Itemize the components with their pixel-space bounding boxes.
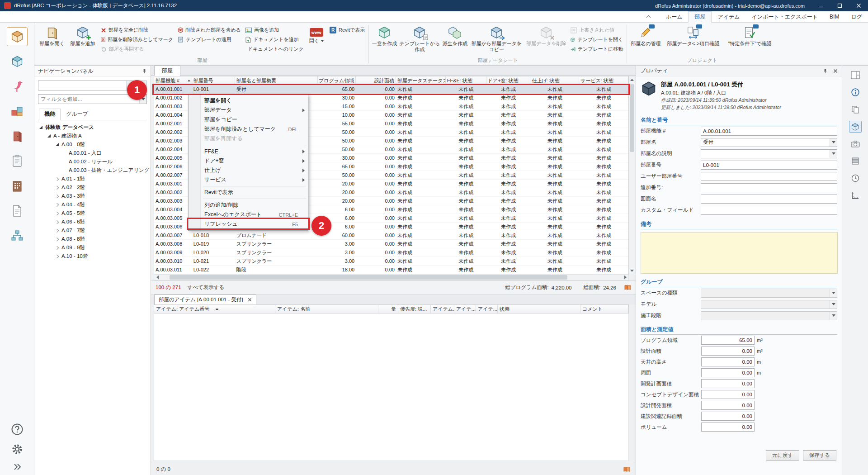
expander-collapsed-icon[interactable] [55, 185, 59, 189]
tree-item[interactable]: A.00.01 - 入口 [34, 149, 151, 157]
column-header-quantity[interactable]: 量 [378, 305, 398, 313]
field-input[interactable] [701, 161, 837, 169]
pin-icon[interactable] [823, 68, 828, 74]
dropdown-arrow-icon[interactable] [830, 289, 837, 297]
model-cube-button[interactable] [849, 121, 862, 133]
column-header-item-4[interactable]: アイテム... [431, 305, 454, 313]
camera-button[interactable] [849, 138, 862, 150]
tree-item[interactable]: A.04 - 4階 [34, 200, 151, 209]
context-menu-item[interactable]: ドア+窓 [189, 156, 308, 166]
notes-textarea[interactable] [641, 232, 838, 274]
scroll-left-arrow[interactable] [154, 275, 160, 280]
expander-collapsed-icon[interactable] [55, 177, 59, 180]
tree-item[interactable]: A.00.03 - 技術・エンジニアリング [34, 166, 151, 175]
ribbon-tab[interactable]: 部屋 [688, 11, 712, 23]
tree-item[interactable]: A.07 - 7階 [34, 226, 151, 235]
ribbon-tab[interactable]: ホーム [660, 11, 689, 22]
tree-item[interactable]: A.09 - 9階 [34, 243, 151, 252]
table-row[interactable]: A.00.03.008 L0-019 スプリンクラー 3.00 0.00 未作成… [154, 240, 628, 248]
expander-collapsed-icon[interactable] [55, 220, 59, 223]
expand-sidebar-button[interactable] [13, 463, 22, 470]
dropdown-arrow-icon[interactable] [830, 138, 837, 147]
items-module-button[interactable] [7, 52, 28, 71]
table-row[interactable]: A.00.03.011 L0-022 階段 18.00 0.00 未作成 未作成… [154, 266, 628, 274]
save-button[interactable]: 保存する [803, 450, 836, 461]
add-room-button[interactable]: 部屋を追加 [67, 24, 99, 54]
copy-room-data-button[interactable]: 部屋から部屋データをコピー [469, 24, 524, 54]
tree-item[interactable]: A.03 - 3階 [34, 192, 151, 200]
tree-item[interactable]: A.00.02 - リテール [34, 157, 151, 166]
mark-room-deleted-button[interactable]: 部屋を削除済みとしてマーク [99, 35, 175, 44]
systems-module-button[interactable] [7, 102, 28, 121]
table-row[interactable]: A.00.03.010 L0-021 スプリンクラー 3.00 0.00 未作成… [154, 257, 628, 266]
apply-template-button[interactable]: テンプレートの適用 [175, 35, 243, 44]
field-input[interactable] [701, 184, 837, 192]
context-menu-item[interactable]: 部屋を削除済みとしてマーク DEL [189, 124, 308, 134]
undo-button[interactable]: 元に戻す [766, 450, 799, 461]
expander-collapsed-icon[interactable] [55, 194, 59, 198]
help-button[interactable] [11, 423, 23, 435]
scrollbar-thumb[interactable] [170, 275, 567, 280]
field-input[interactable] [701, 150, 830, 158]
field-input[interactable] [702, 412, 754, 420]
rooms-tab[interactable]: 部屋 [154, 66, 180, 76]
column-header-status[interactable]: 状態 [498, 305, 580, 313]
navigation-tab[interactable]: グループ [61, 109, 94, 120]
info-button[interactable] [849, 86, 862, 98]
dropdown-arrow-icon[interactable] [830, 150, 837, 158]
create-from-template-button[interactable]: テンプレートから作成 [398, 24, 441, 54]
pin-icon[interactable] [142, 68, 147, 74]
scroll-up-arrow[interactable] [629, 76, 635, 83]
context-menu-item[interactable]: 列の追加/削除 [189, 200, 308, 210]
navigation-tab[interactable]: 機能 [39, 109, 61, 120]
move-to-template-button[interactable]: テンプレートに移動 [568, 44, 625, 54]
minimize-button[interactable] [811, 0, 830, 11]
dropdown-arrow-icon[interactable] [830, 300, 837, 309]
measure-ruler-button[interactable] [849, 190, 862, 201]
tree-item[interactable]: A.01 - 1階 [34, 175, 151, 183]
room-items-tab[interactable]: 部屋のアイテム [A.00.01.001 - 受付] [154, 294, 256, 304]
condition-check-button[interactable]: "特定条件下"で確認 [723, 24, 776, 54]
field-input[interactable] [702, 390, 754, 399]
tree-item[interactable]: A.08 - 8階 [34, 235, 151, 243]
room-data-item-check-button[interactable]: 部屋データ<->項目確認 [663, 24, 723, 54]
context-menu-item[interactable]: 部屋を開く [189, 96, 308, 105]
table-row[interactable]: A.00.03.009 L0-020 スプリンクラー 3.00 0.00 未作成… [154, 248, 628, 257]
vertical-scrollbar[interactable] [629, 76, 635, 274]
field-input[interactable] [701, 172, 837, 180]
org-module-button[interactable] [7, 226, 28, 245]
close-tab-icon[interactable] [248, 298, 252, 302]
expander-collapsed-icon[interactable] [55, 211, 59, 215]
expander-collapsed-icon[interactable] [55, 203, 59, 206]
field-input[interactable] [701, 206, 837, 214]
ribbon-tab[interactable]: ログ [845, 11, 868, 22]
buildings-module-button[interactable] [7, 176, 28, 195]
field-input[interactable] [701, 289, 830, 297]
flamingo-module-button[interactable] [7, 77, 28, 96]
column-header-item-6[interactable]: アイテ... [476, 305, 498, 313]
field-input[interactable] [701, 300, 830, 309]
ribbon-tab[interactable]: インポート・エクスポート [746, 11, 824, 22]
tree-item[interactable]: A - 建築物 A [34, 132, 151, 140]
expander-collapsed-icon[interactable] [55, 228, 59, 232]
add-image-button[interactable]: 画像を追加 [243, 25, 306, 35]
tree-item[interactable]: A.02 - 2階 [34, 183, 151, 192]
include-deleted-rooms-button[interactable]: 削除された部屋を含める [175, 25, 243, 35]
create-derived-button[interactable]: 派生を作成 [441, 24, 469, 54]
scroll-right-arrow[interactable] [622, 275, 628, 280]
layout-panels-button[interactable] [849, 69, 862, 81]
context-menu-item[interactable]: サービス [189, 175, 308, 185]
show-in-revit-button[interactable]: RRevitで表示 [327, 25, 367, 35]
field-input[interactable] [702, 380, 754, 388]
close-button[interactable] [849, 0, 868, 11]
layers-button[interactable] [849, 155, 862, 167]
open-template-button[interactable]: テンプレートを開く [568, 35, 625, 44]
close-panel-icon[interactable] [833, 69, 838, 73]
context-menu-item[interactable]: 部屋データ [189, 105, 308, 115]
field-input[interactable] [701, 195, 837, 203]
delete-room-data-button[interactable]: 部屋データを削除 [524, 24, 568, 54]
column-header-priority[interactable]: 優先度: 説... [398, 305, 431, 313]
tree-item[interactable]: A.00 - 0階 [34, 140, 151, 149]
table-row[interactable]: A.00.03.007 L0-018 プロムナード 60.00 0.00 未作成… [154, 231, 628, 240]
field-input[interactable] [701, 138, 830, 147]
